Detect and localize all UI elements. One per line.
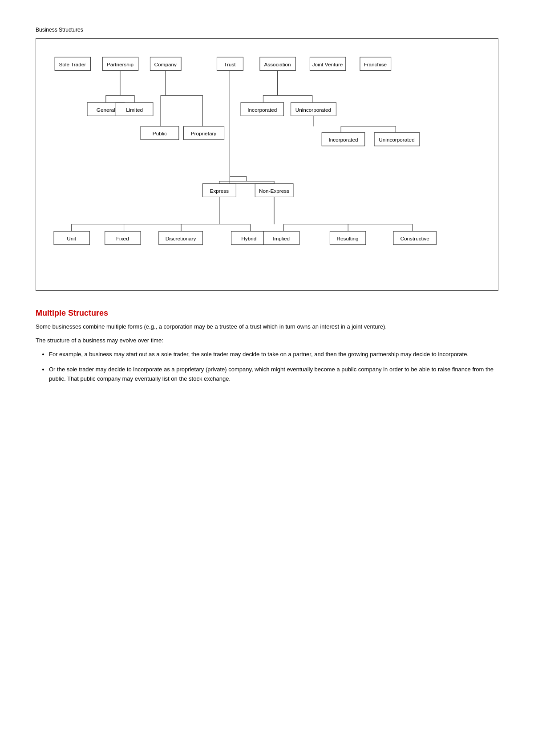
node-implied: Implied (273, 236, 290, 241)
node-joint-venture: Joint Venture (312, 61, 343, 67)
node-association: Association (264, 61, 291, 67)
node-incorporated-jv: Incorporated (328, 137, 358, 142)
page-label: Business Structures (36, 27, 498, 33)
node-unincorporated-assoc: Unincorporated (295, 107, 331, 113)
intro-text: Some businesses combine multiple forms (… (36, 322, 498, 332)
node-company: Company (154, 61, 177, 67)
node-constructive: Constructive (400, 236, 429, 241)
bullet-list: For example, a business may start out as… (49, 350, 498, 384)
node-incorporated-assoc: Incorporated (247, 107, 277, 113)
node-resulting: Resulting (337, 236, 359, 241)
node-non-express: Non-Express (259, 188, 289, 194)
node-hybrid: Hybrid (241, 236, 256, 241)
node-trust: Trust (224, 61, 236, 67)
node-general: General (97, 107, 115, 113)
node-express: Express (210, 188, 229, 194)
business-structure-diagram: Sole Trader Partnership Company Trust As… (40, 48, 494, 281)
node-unit: Unit (67, 236, 77, 241)
node-sole-trader: Sole Trader (59, 61, 86, 67)
node-unincorporated-jv: Unincorporated (379, 137, 414, 142)
node-public: Public (153, 130, 167, 136)
node-franchise: Franchise (364, 61, 387, 67)
evolve-text: The structure of a business may evolve o… (36, 336, 498, 345)
node-proprietary: Proprietary (191, 130, 217, 136)
node-fixed: Fixed (116, 236, 129, 241)
node-discretionary: Discretionary (166, 236, 196, 241)
node-limited: Limited (126, 107, 143, 113)
bullet-item-1: For example, a business may start out as… (49, 350, 498, 359)
section-title: Multiple Structures (36, 309, 498, 318)
diagram-container: Sole Trader Partnership Company Trust As… (36, 38, 498, 291)
node-partnership: Partnership (107, 61, 134, 67)
bullet-item-2: Or the sole trader may decide to incorpo… (49, 365, 498, 384)
